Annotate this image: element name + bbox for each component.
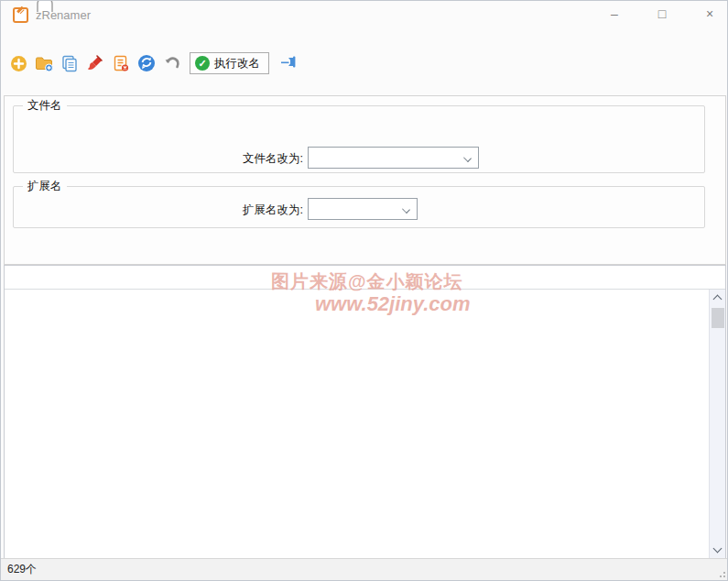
- table-body: [5, 290, 709, 558]
- undo-icon[interactable]: [162, 53, 182, 73]
- remove-list-icon[interactable]: [111, 53, 131, 73]
- chevron-down-icon: [463, 154, 472, 162]
- chevron-down-icon: [402, 205, 410, 214]
- close-button[interactable]: ×: [701, 6, 718, 21]
- app-title: zRenamer: [36, 8, 91, 22]
- execute-rename-button[interactable]: ✓ 执行改名: [190, 52, 269, 74]
- vertical-scrollbar[interactable]: [709, 290, 725, 558]
- tab-page-whole: 文件名 文件名改为: 扩展名 扩展名改为:: [4, 96, 726, 265]
- app-window: zRenamer – □ × ✓ 执行: [0, 0, 728, 581]
- menu-bar: [1, 27, 727, 50]
- minimize-button[interactable]: –: [606, 6, 623, 21]
- scrollbar-thumb[interactable]: [712, 308, 724, 328]
- filename-group-title: 文件名: [23, 98, 67, 114]
- clean-brush-icon[interactable]: [85, 53, 105, 73]
- scroll-up-icon[interactable]: [710, 290, 726, 305]
- tab-bar: [4, 76, 726, 96]
- add-files-icon[interactable]: [8, 53, 28, 73]
- resize-grip-icon[interactable]: [716, 568, 725, 577]
- app-logo-icon: [13, 7, 28, 23]
- extension-rename-combobox[interactable]: [308, 198, 418, 220]
- scrollbar-track[interactable]: [710, 305, 726, 543]
- status-bar: 629个: [1, 558, 727, 580]
- extension-groupbox: 扩展名 扩展名改为:: [13, 186, 705, 228]
- copy-list-icon[interactable]: [60, 53, 80, 73]
- refresh-icon[interactable]: [136, 53, 157, 73]
- filename-groupbox: 文件名 文件名改为:: [13, 105, 705, 173]
- add-folder-icon[interactable]: [34, 53, 54, 73]
- toolbar: ✓ 执行改名: [1, 50, 727, 76]
- extension-rename-label: 扩展名改为:: [243, 203, 303, 218]
- title-bar: zRenamer – □ ×: [1, 1, 727, 27]
- file-table: [4, 265, 726, 559]
- filename-rename-label: 文件名改为:: [243, 151, 303, 167]
- file-count: 629个: [7, 562, 37, 577]
- filename-rename-combobox[interactable]: [308, 147, 479, 169]
- table-header: [5, 266, 725, 290]
- maximize-button[interactable]: □: [654, 6, 670, 21]
- pin-icon[interactable]: [278, 53, 299, 73]
- extension-group-title: 扩展名: [23, 179, 67, 194]
- scroll-down-icon[interactable]: [710, 543, 726, 558]
- check-icon: ✓: [195, 56, 210, 71]
